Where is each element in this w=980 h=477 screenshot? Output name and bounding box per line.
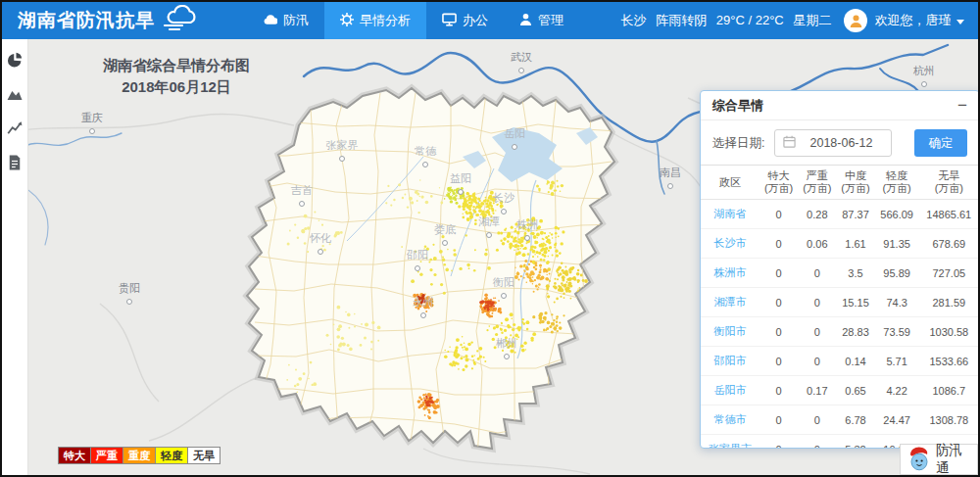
table-row[interactable]: 株洲市003.595.89727.05 <box>701 259 979 288</box>
confirm-button[interactable]: 确定 <box>914 129 967 157</box>
value-cell: 0.06 <box>798 229 836 259</box>
table-row[interactable]: 衡阳市0028.8373.591030.58 <box>701 317 979 347</box>
date-picker-input[interactable]: 2018-06-12 <box>774 129 892 157</box>
value-cell: 0 <box>760 376 798 405</box>
region-link[interactable]: 常德市 <box>701 405 760 435</box>
main-nav: 防汛 旱情分析 <box>247 2 579 39</box>
column-header: 轻度(万亩) <box>875 166 919 200</box>
city-marker <box>667 183 673 189</box>
date-value: 2018-06-12 <box>809 136 872 150</box>
city-label-inside: 衡阳 <box>493 275 514 290</box>
date-filter-row: 选择日期: 2018-06-12 确定 <box>701 120 979 165</box>
city-marker <box>518 68 524 73</box>
city-label-inside: 岳阳 <box>504 126 525 141</box>
column-header: 特大(万亩) <box>760 166 798 200</box>
city-marker <box>486 232 492 238</box>
user-menu[interactable]: 欢迎您，唐瑾 <box>874 12 964 29</box>
app-title: 湖南省防汛抗旱 <box>18 8 155 33</box>
value-cell: 0 <box>760 259 798 288</box>
city-label-inside: 益阳 <box>450 171 471 186</box>
table-row[interactable]: 湘潭市0015.1574.3281.59 <box>701 288 979 317</box>
city-label-inside: 株洲 <box>516 217 538 232</box>
panel-title: 综合旱情 <box>712 97 763 115</box>
city-marker <box>318 249 323 255</box>
calendar-icon <box>783 134 796 152</box>
city-marker <box>501 293 507 299</box>
value-cell: 87.37 <box>836 200 874 229</box>
value-cell: 5.32 <box>836 435 874 450</box>
column-header: 无旱(万亩) <box>919 166 979 200</box>
fangxuntong-launcher[interactable]: 防汛通 <box>900 444 978 475</box>
date-label: 选择日期: <box>712 135 764 152</box>
value-cell: 0 <box>760 317 798 347</box>
nav-label-drought-analysis: 旱情分析 <box>360 12 411 29</box>
column-header: 严重(万亩) <box>798 166 836 200</box>
weather-condition: 阵雨转阴 <box>656 13 707 27</box>
region-link[interactable]: 邵阳市 <box>701 347 760 376</box>
region-link[interactable]: 衡阳市 <box>701 317 760 347</box>
city-label-inside: 吉首 <box>291 183 313 198</box>
value-cell: 0.65 <box>836 376 874 405</box>
city-label-inside: 长沙 <box>493 191 514 206</box>
city-marker <box>442 240 448 246</box>
logo-cloud-icon <box>161 5 200 37</box>
pie-chart-icon[interactable] <box>6 51 24 69</box>
region-link[interactable]: 湘潭市 <box>701 288 760 317</box>
region-link[interactable]: 岳阳市 <box>701 376 760 405</box>
nav-item-drought-analysis[interactable]: 旱情分析 <box>324 2 426 39</box>
city-marker <box>415 265 420 271</box>
collapse-panel-button[interactable]: − <box>957 99 967 113</box>
city-marker <box>89 128 95 134</box>
city-label-outside: 重庆 <box>81 111 103 125</box>
table-row[interactable]: 常德市006.7824.471308.78 <box>701 405 979 435</box>
value-cell: 1308.78 <box>919 405 979 435</box>
region-link[interactable]: 株洲市 <box>701 259 760 288</box>
value-cell: 0 <box>760 405 798 435</box>
value-cell: 14865.61 <box>919 200 979 229</box>
left-toolbar <box>2 39 28 477</box>
city-marker <box>422 162 428 167</box>
legend-item: 特大 <box>58 447 91 464</box>
nav-item-flood[interactable]: 防汛 <box>247 2 324 39</box>
value-cell: 1.61 <box>836 229 874 259</box>
user-avatar[interactable] <box>844 9 867 32</box>
city-marker <box>458 189 464 195</box>
user-icon <box>519 13 532 29</box>
value-cell: 74.3 <box>875 288 919 317</box>
region-link[interactable]: 张家界市 <box>701 435 760 450</box>
table-row[interactable]: 邵阳市000.145.711533.66 <box>701 347 979 376</box>
region-link[interactable]: 湖南省 <box>701 200 760 229</box>
report-icon[interactable] <box>6 154 24 171</box>
drought-legend: 特大严重重度轻度无旱 <box>59 447 220 464</box>
area-chart-icon[interactable] <box>6 85 24 103</box>
gear-icon <box>340 13 354 29</box>
city-label-inside: 郴州 <box>496 336 517 351</box>
app-window: 湖南省防汛抗旱 防汛 <box>0 0 980 477</box>
value-cell: 0 <box>760 288 798 317</box>
value-cell: 0 <box>798 435 836 450</box>
chevron-down-icon <box>956 20 964 24</box>
value-cell: 28.83 <box>836 317 874 347</box>
city-label-inside: 常德 <box>415 144 436 159</box>
legend-item: 重度 <box>122 447 156 464</box>
drought-table-body: 湖南省00.2887.37566.0914865.61长沙市00.061.619… <box>701 200 979 450</box>
monitor-icon <box>442 13 457 29</box>
value-cell: 0.28 <box>798 200 836 229</box>
table-row[interactable]: 湖南省00.2887.37566.0914865.61 <box>701 200 979 229</box>
table-row[interactable]: 长沙市00.061.6191.35678.69 <box>701 229 979 259</box>
table-row[interactable]: 岳阳市00.170.654.221086.7 <box>701 376 979 405</box>
region-link[interactable]: 长沙市 <box>701 229 760 259</box>
line-chart-icon[interactable] <box>6 119 24 137</box>
nav-label-office: 办公 <box>463 12 488 29</box>
nav-item-office[interactable]: 办公 <box>426 2 504 39</box>
app-logo[interactable]: 湖南省防汛抗旱 <box>2 5 200 37</box>
value-cell: 91.35 <box>875 229 919 259</box>
city-label-outside: 武汉 <box>511 50 532 65</box>
map-title: 湖南省综合旱情分布图 2018年06月12日 <box>78 55 274 98</box>
city-marker <box>524 235 530 241</box>
value-cell: 15.15 <box>836 288 874 317</box>
welcome-text: 欢迎您，唐瑾 <box>874 13 951 27</box>
nav-item-admin[interactable]: 管理 <box>504 2 579 39</box>
value-cell: 0 <box>798 288 836 317</box>
nav-label-admin: 管理 <box>538 12 564 29</box>
